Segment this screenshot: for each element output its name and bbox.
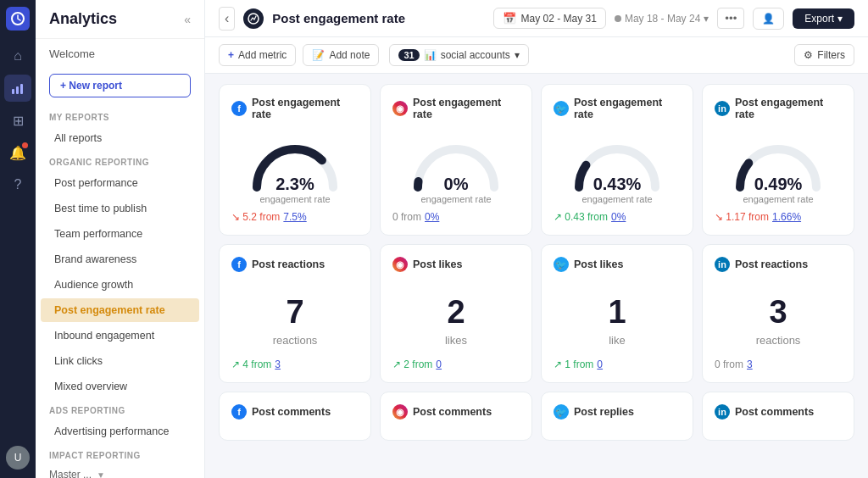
- avatar: U: [6, 446, 30, 470]
- change-ref: 3: [747, 358, 753, 370]
- sidebar-item-all-reports[interactable]: All reports: [41, 126, 199, 150]
- change-neutral: 0 from: [715, 358, 743, 370]
- help-icon[interactable]: ?: [4, 171, 31, 198]
- notification-icon[interactable]: 🔔: [4, 139, 31, 166]
- social-accounts-button[interactable]: 31 📊 social accounts ▾: [389, 44, 528, 66]
- change-ref: 0%: [425, 211, 439, 223]
- card-title: Post likes: [574, 258, 623, 270]
- icon-rail: ⌂ ⊞ 🔔 ? U: [0, 0, 36, 478]
- page-title: Post engagement rate: [272, 11, 484, 25]
- sidebar-item-mixed-overview[interactable]: Mixed overview: [41, 375, 199, 398]
- change-ref: 0: [436, 358, 442, 370]
- export-button[interactable]: Export ▾: [793, 8, 854, 29]
- impact-reporting-section-label: Impact Reporting: [36, 444, 204, 464]
- metric-value: 7: [231, 294, 359, 331]
- engagement-card-fb: f Post engagement rate 2.3% engagement r…: [219, 84, 371, 236]
- sidebar-item-best-time[interactable]: Best time to publish: [41, 197, 199, 220]
- change-row: ↗ 2 from 0: [392, 358, 520, 370]
- ig-icon: ◉: [392, 101, 408, 116]
- user-avatar[interactable]: U: [4, 444, 31, 471]
- gauge-label: engagement rate: [420, 194, 491, 204]
- chevron-down-social: ▾: [515, 49, 520, 61]
- sidebar-item-inbound-engagement[interactable]: Inbound engagement: [41, 324, 199, 347]
- fb-icon: f: [231, 101, 247, 116]
- gauge-value: 2.3%: [259, 175, 330, 194]
- card-title: Post engagement rate: [252, 97, 359, 120]
- change-row: ↘ 1.17 from 1.66%: [715, 211, 842, 223]
- comments-card-li: in Post comments: [702, 392, 854, 441]
- impact-dropdown-icon[interactable]: ▼: [97, 470, 105, 479]
- app-logo: [6, 7, 30, 31]
- more-button[interactable]: •••: [717, 8, 744, 29]
- organic-reporting-section-label: Organic Reporting: [36, 151, 204, 170]
- page-icon: [243, 8, 264, 29]
- card-title: Post comments: [413, 406, 492, 418]
- add-metric-label: Add metric: [238, 49, 287, 61]
- add-metric-button[interactable]: + Add metric: [219, 44, 296, 66]
- date-range-button[interactable]: 📅 May 02 - May 31: [493, 8, 606, 29]
- collapse-button[interactable]: «: [184, 13, 191, 26]
- gauge-label: engagement rate: [743, 194, 813, 204]
- filters-button[interactable]: ⚙ Filters: [794, 44, 854, 66]
- svg-rect-2: [16, 86, 19, 94]
- add-note-button[interactable]: 📝 Add note: [303, 44, 379, 66]
- analytics-icon[interactable]: [4, 75, 31, 102]
- card-header: in Post reactions: [715, 257, 842, 272]
- card-title: Post engagement rate: [735, 97, 842, 120]
- home-icon[interactable]: ⌂: [4, 42, 31, 69]
- top-bar: ‹ Post engagement rate 📅 May 02 - May 31…: [205, 0, 868, 37]
- change-ref: 0: [597, 358, 603, 370]
- engagement-cards-grid: f Post engagement rate 2.3% engagement r…: [219, 84, 854, 441]
- metric-label: like: [554, 334, 681, 347]
- likes-card-ig: ◉ Post likes 2 likes ↗ 2 from 0: [380, 244, 532, 383]
- social-count-badge: 31: [398, 49, 419, 61]
- change-row: ↘ 5.2 from 7.5%: [231, 211, 359, 223]
- change-neutral: 0 from: [392, 211, 421, 223]
- impact-master-label: Master ...: [49, 469, 92, 478]
- export-label: Export: [804, 13, 834, 25]
- chevron-down-icon-export: ▾: [837, 13, 843, 25]
- card-header: ◉ Post likes: [392, 257, 520, 272]
- new-report-button[interactable]: + New report: [49, 74, 191, 97]
- sidebar-item-post-engagement-rate[interactable]: Post engagement rate: [41, 298, 199, 322]
- change-arrow-up: ↗ 1 from: [554, 358, 593, 370]
- user-action-button[interactable]: 👤: [753, 8, 784, 30]
- change-row: ↗ 1 from 0: [554, 358, 681, 370]
- chevron-down-icon: ▾: [704, 13, 709, 25]
- metric-label: reactions: [715, 334, 842, 347]
- sidebar-item-team-performance[interactable]: Team performance: [41, 222, 199, 246]
- sidebar-item-audience-growth[interactable]: Audience growth: [41, 273, 199, 297]
- notification-dot: [22, 142, 28, 148]
- change-ref: 1.66%: [772, 211, 801, 223]
- card-title: Post comments: [252, 406, 331, 418]
- sidebar-item-advertising-performance[interactable]: Advertising performance: [41, 420, 199, 443]
- gauge-container: 0% engagement rate: [392, 132, 520, 204]
- card-header: 🐦 Post likes: [554, 257, 681, 272]
- back-button[interactable]: ‹: [219, 7, 235, 31]
- card-header: ◉ Post comments: [392, 404, 520, 420]
- reactions-card-li: in Post reactions 3 reactions 0 from 3: [702, 244, 854, 383]
- li-icon: in: [715, 257, 730, 272]
- engagement-card-tw: 🐦 Post engagement rate 0.43% engagement …: [541, 84, 693, 236]
- card-title: Post engagement rate: [413, 97, 520, 120]
- change-ref: 7.5%: [283, 211, 306, 223]
- ig-icon: ◉: [392, 404, 408, 420]
- sidebar-item-post-performance[interactable]: Post performance: [41, 171, 199, 195]
- card-header: f Post reactions: [231, 257, 359, 272]
- ig-icon: ◉: [392, 257, 408, 272]
- svg-rect-1: [12, 89, 14, 94]
- sidebar-item-link-clicks[interactable]: Link clicks: [41, 349, 199, 373]
- compare-range[interactable]: May 18 - May 24 ▾: [615, 13, 709, 25]
- metric-label: reactions: [231, 334, 359, 347]
- toolbar: + Add metric 📝 Add note 31 📊 social acco…: [205, 37, 868, 74]
- grid-icon[interactable]: ⊞: [4, 107, 31, 134]
- sidebar-welcome[interactable]: Welcome: [36, 39, 204, 69]
- sidebar-item-brand-awareness[interactable]: Brand awareness: [41, 247, 199, 271]
- change-arrow-down: ↘ 1.17 from: [715, 211, 769, 223]
- sidebar-title: Analytics: [49, 10, 117, 28]
- comments-card-fb: f Post comments: [219, 392, 371, 441]
- change-row: 0 from 0%: [392, 211, 520, 223]
- card-header: 🐦 Post replies: [554, 404, 681, 420]
- card-header: in Post engagement rate: [715, 97, 842, 120]
- card-title: Post engagement rate: [574, 97, 681, 120]
